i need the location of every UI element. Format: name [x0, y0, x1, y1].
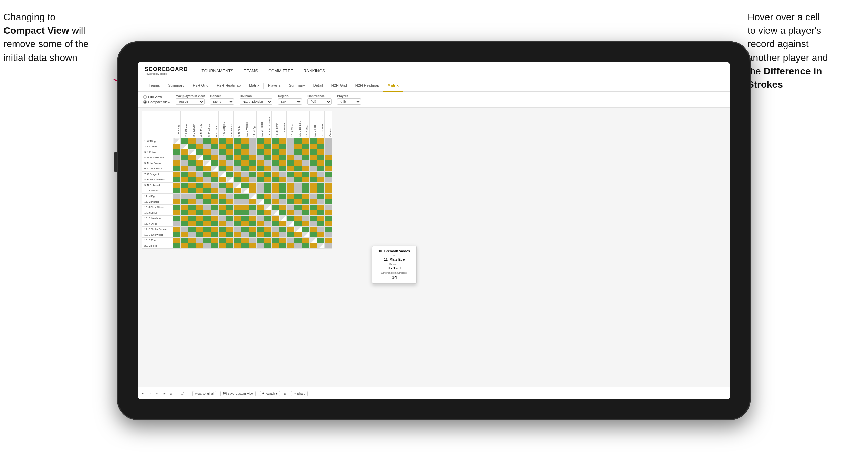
- matrix-cell[interactable]: [294, 155, 302, 160]
- matrix-cell[interactable]: [294, 188, 302, 194]
- matrix-cell[interactable]: [272, 138, 279, 144]
- matrix-cell[interactable]: [234, 227, 241, 232]
- matrix-cell[interactable]: [325, 177, 332, 183]
- matrix-cell[interactable]: [264, 149, 272, 155]
- matrix-cell[interactable]: [264, 160, 272, 166]
- matrix-cell[interactable]: [241, 210, 249, 216]
- matrix-cell[interactable]: [234, 232, 241, 238]
- matrix-cell[interactable]: [310, 177, 317, 183]
- matrix-cell[interactable]: [196, 216, 203, 221]
- matrix-cell[interactable]: [226, 144, 234, 149]
- matrix-cell[interactable]: [196, 227, 203, 232]
- matrix-cell[interactable]: [272, 144, 279, 149]
- matrix-cell[interactable]: [249, 243, 257, 249]
- matrix-cell[interactable]: [211, 227, 219, 232]
- matrix-cell[interactable]: [241, 166, 249, 172]
- matrix-cell[interactable]: [325, 232, 332, 238]
- matrix-cell[interactable]: [287, 232, 294, 238]
- matrix-cell[interactable]: [203, 227, 211, 232]
- matrix-cell[interactable]: [241, 155, 249, 160]
- matrix-cell[interactable]: [272, 149, 279, 155]
- matrix-cell[interactable]: [226, 216, 234, 221]
- matrix-cell[interactable]: [188, 199, 196, 205]
- matrix-cell[interactable]: [196, 238, 203, 243]
- region-select[interactable]: N/A: [278, 98, 302, 105]
- matrix-cell[interactable]: [226, 138, 234, 144]
- matrix-cell[interactable]: [287, 221, 294, 227]
- matrix-cell[interactable]: [257, 188, 264, 194]
- matrix-cell[interactable]: [211, 177, 219, 183]
- matrix-cell[interactable]: [181, 149, 188, 155]
- matrix-cell[interactable]: [241, 243, 249, 249]
- matrix-cell[interactable]: [226, 238, 234, 243]
- matrix-cell[interactable]: [219, 221, 226, 227]
- matrix-cell[interactable]: [203, 221, 211, 227]
- matrix-cell[interactable]: [241, 172, 249, 177]
- matrix-cell[interactable]: [196, 177, 203, 183]
- matrix-cell[interactable]: [249, 216, 257, 221]
- matrix-cell[interactable]: [257, 216, 264, 221]
- matrix-cell[interactable]: [287, 144, 294, 149]
- matrix-cell[interactable]: [181, 188, 188, 194]
- tab-matrix-active[interactable]: Matrix: [383, 80, 402, 92]
- zoom-button[interactable]: ⊕ —: [170, 392, 177, 395]
- matrix-cell[interactable]: [188, 144, 196, 149]
- matrix-cell[interactable]: [173, 144, 181, 149]
- matrix-cell[interactable]: [173, 243, 181, 249]
- matrix-cell[interactable]: [317, 149, 325, 155]
- matrix-cell[interactable]: [234, 188, 241, 194]
- undo-button[interactable]: ↩: [142, 392, 145, 395]
- matrix-cell[interactable]: [272, 243, 279, 249]
- matrix-cell[interactable]: [287, 155, 294, 160]
- matrix-cell[interactable]: [294, 194, 302, 199]
- matrix-cell[interactable]: [234, 243, 241, 249]
- matrix-cell[interactable]: [257, 177, 264, 183]
- matrix-cell[interactable]: [196, 243, 203, 249]
- matrix-cell[interactable]: [302, 172, 310, 177]
- matrix-cell[interactable]: [226, 160, 234, 166]
- matrix-cell[interactable]: [211, 172, 219, 177]
- matrix-cell[interactable]: [249, 221, 257, 227]
- matrix-cell[interactable]: [188, 227, 196, 232]
- matrix-cell[interactable]: [257, 138, 264, 144]
- matrix-cell[interactable]: [203, 149, 211, 155]
- matrix-cell[interactable]: [310, 172, 317, 177]
- matrix-cell[interactable]: [272, 205, 279, 210]
- matrix-cell[interactable]: [310, 216, 317, 221]
- matrix-cell[interactable]: [272, 155, 279, 160]
- matrix-cell[interactable]: [294, 243, 302, 249]
- matrix-cell[interactable]: [310, 183, 317, 188]
- matrix-cell[interactable]: [188, 138, 196, 144]
- matrix-cell[interactable]: [188, 188, 196, 194]
- matrix-cell[interactable]: [302, 221, 310, 227]
- matrix-cell[interactable]: [287, 172, 294, 177]
- tab-summary-left[interactable]: Summary: [164, 80, 188, 92]
- matrix-cell[interactable]: [325, 194, 332, 199]
- matrix-cell[interactable]: [234, 155, 241, 160]
- matrix-cell[interactable]: [310, 194, 317, 199]
- matrix-cell[interactable]: [317, 144, 325, 149]
- matrix-cell[interactable]: [310, 238, 317, 243]
- matrix-cell[interactable]: [287, 188, 294, 194]
- matrix-cell[interactable]: [181, 243, 188, 249]
- matrix-cell[interactable]: [203, 144, 211, 149]
- matrix-cell[interactable]: [241, 194, 249, 199]
- matrix-cell[interactable]: [241, 188, 249, 194]
- matrix-cell[interactable]: [203, 183, 211, 188]
- matrix-cell[interactable]: [226, 205, 234, 210]
- matrix-cell[interactable]: [211, 149, 219, 155]
- matrix-cell[interactable]: [257, 144, 264, 149]
- matrix-cell[interactable]: [241, 177, 249, 183]
- matrix-cell[interactable]: [287, 177, 294, 183]
- matrix-cell[interactable]: [264, 210, 272, 216]
- matrix-cell[interactable]: [317, 177, 325, 183]
- matrix-cell[interactable]: [211, 183, 219, 188]
- matrix-cell[interactable]: [203, 166, 211, 172]
- nav-teams[interactable]: TEAMS: [244, 67, 258, 75]
- grid-button[interactable]: ⊞: [284, 392, 287, 395]
- matrix-cell[interactable]: [188, 160, 196, 166]
- matrix-cell[interactable]: [264, 221, 272, 227]
- matrix-cell[interactable]: [294, 232, 302, 238]
- matrix-cell[interactable]: [226, 188, 234, 194]
- matrix-cell[interactable]: [317, 232, 325, 238]
